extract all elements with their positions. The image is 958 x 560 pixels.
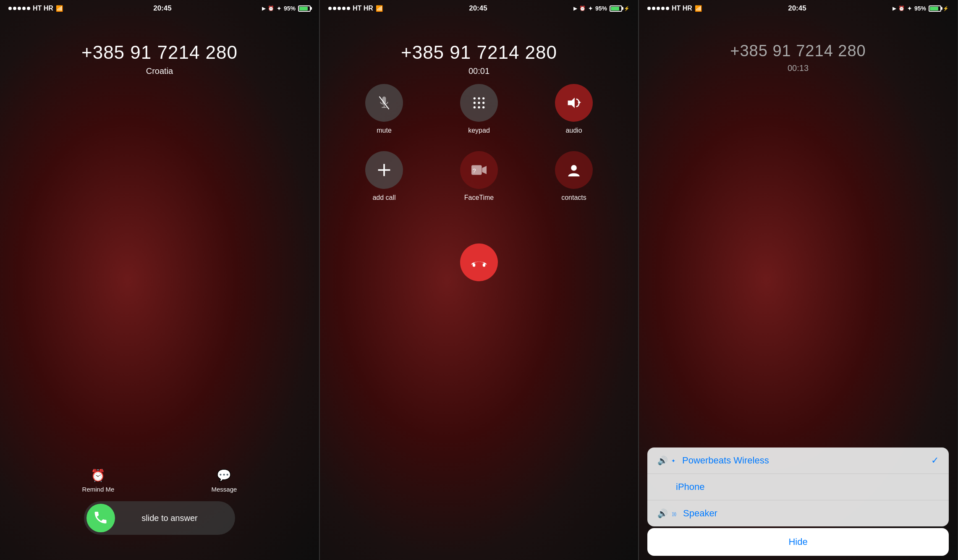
carrier-name: HT HR [33,5,53,12]
svg-point-8 [478,102,480,104]
mute-circle [365,84,403,122]
contacts-circle [555,151,593,189]
status-time-1: 20:45 [153,4,171,13]
incoming-call-content: +385 91 7214 280 Croatia [0,17,319,76]
battery-2: ⚡ [610,5,630,12]
status-left-3: HT HR 📶 [647,5,702,12]
signal-strength-3 [647,7,669,10]
audio-selection-menu: 🔊 ✦ Powerbeats Wireless ✓ iPhone 🔊 ))) S… [647,447,949,526]
screen-active-call: HT HR 📶 20:45 ▶ ⏰ ✦ 95% ⚡ +385 91 7214 2… [319,0,638,560]
lightning-icon: ⚡ [624,6,630,11]
audio-item-powerbeats[interactable]: 🔊 ✦ Powerbeats Wireless ✓ [647,447,949,474]
status-bar-2: HT HR 📶 20:45 ▶ ⏰ ✦ 95% ⚡ [320,0,638,17]
signal-dot [18,7,21,10]
status-left-2: HT HR 📶 [328,5,383,12]
audio-button[interactable]: ✦ audio [535,84,613,134]
alarm-icon-3: ⏰ [898,5,905,11]
carrier-name-2: HT HR [353,5,373,12]
add-call-label: add call [372,194,395,201]
controls-row-1: mute keypad [320,84,638,201]
add-call-icon [377,162,392,178]
mute-button[interactable]: mute [345,84,423,134]
keypad-button[interactable]: keypad [440,84,518,134]
status-right-3: ▶ ⏰ ✦ 95% ⚡ [893,5,949,12]
message-label: Message [212,486,237,493]
status-time-2: 20:45 [469,4,487,13]
audio-circle: ✦ [555,84,593,122]
svg-rect-21 [473,263,475,267]
contacts-icon [567,163,581,177]
battery-percent-2: 95% [595,5,607,12]
status-bar-3: HT HR 📶 20:45 ▶ ⏰ ✦ 95% ⚡ [639,0,957,17]
end-call-button[interactable] [460,243,498,281]
iphone-label: iPhone [657,481,705,492]
battery-1 [298,5,311,12]
speaker-bluetooth-icon: 🔊 [657,455,668,466]
svg-point-9 [482,102,484,104]
keypad-label: keypad [468,127,490,134]
location-icon-3: ▶ [893,6,896,11]
alarm-icon: ⏰ [268,5,274,11]
facetime-icon: ? [471,162,487,178]
speaker-icon: 🔊 [657,508,668,518]
svg-text:✦: ✦ [577,99,581,106]
add-call-button[interactable]: add call [345,151,423,201]
svg-marker-19 [482,166,487,174]
remind-me-button[interactable]: ⏰ Remind Me [82,468,115,493]
contacts-label: contacts [561,194,586,201]
svg-rect-22 [483,263,485,267]
phone-number-1: +385 91 7214 280 [81,42,238,63]
status-time-3: 20:45 [788,4,806,13]
call-country: Croatia [146,66,173,76]
hide-button[interactable]: Hide [647,528,949,556]
mute-label: mute [377,127,392,134]
message-button[interactable]: 💬 Message [212,468,237,493]
wifi-icon-3: 📶 [695,5,702,12]
add-call-circle [365,151,403,189]
svg-point-12 [482,106,484,108]
audio-icon: ✦ [566,95,581,110]
bluetooth-small-icon: ✦ [671,458,675,464]
status-bar-1: HT HR 📶 20:45 ▶ ⏰ ✦ 95% [0,0,319,17]
keypad-icon [472,96,486,110]
incoming-bottom-controls: ⏰ Remind Me 💬 Message slide to answer [0,468,319,535]
audio-item-speaker[interactable]: 🔊 ))) Speaker [647,500,949,526]
svg-point-10 [474,106,476,108]
speaker-waves-icon: ))) [672,512,676,516]
call-duration-1: 00:01 [469,66,489,76]
slide-text: slide to answer [115,513,233,523]
facetime-label: FaceTime [464,194,494,201]
carrier-name-3: HT HR [672,5,692,12]
contacts-button[interactable]: contacts [535,151,613,201]
slide-to-answer[interactable]: slide to answer [84,501,235,535]
quick-action-buttons: ⏰ Remind Me 💬 Message [0,468,319,493]
signal-dot [27,7,30,10]
wifi-icon: 📶 [56,5,63,12]
powerbeats-label: Powerbeats Wireless [682,455,769,466]
signal-dot [22,7,26,10]
phone-number-3: +385 91 7214 280 [730,42,866,60]
battery-percent-1: 95% [284,5,296,12]
lightning-icon-3: ⚡ [943,6,949,11]
facetime-button[interactable]: ? FaceTime [440,151,518,201]
audio-item-iphone[interactable]: iPhone [647,474,949,500]
alarm-icon-2: ⏰ [579,5,586,11]
message-icon: 💬 [217,468,231,482]
signal-strength-2 [328,7,350,10]
battery-3: ⚡ [929,5,949,12]
bluetooth-icon: ✦ [277,5,281,12]
wifi-icon-2: 📶 [376,5,383,12]
hide-label: Hide [788,536,807,547]
svg-point-4 [474,97,476,99]
screen-incoming: HT HR 📶 20:45 ▶ ⏰ ✦ 95% +385 91 7214 280… [0,0,319,560]
remind-me-icon: ⏰ [91,468,105,482]
signal-dot [13,7,16,10]
signal-strength [8,7,30,10]
powerbeats-left: 🔊 ✦ Powerbeats Wireless [657,455,769,466]
iphone-left: iPhone [657,481,705,492]
signal-dot [8,7,12,10]
answer-button[interactable] [86,504,115,532]
facetime-circle: ? [460,151,498,189]
svg-point-20 [571,165,577,171]
status-right-2: ▶ ⏰ ✦ 95% ⚡ [573,5,630,12]
